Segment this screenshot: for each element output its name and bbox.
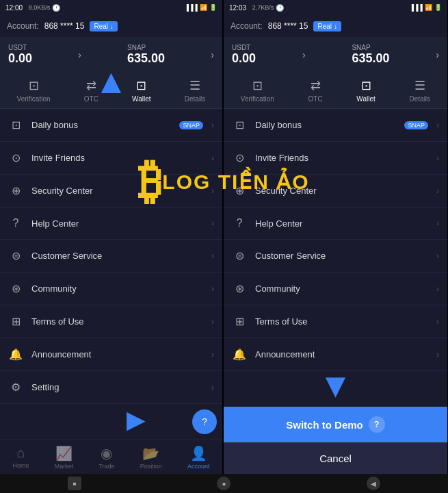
menu-setting-left[interactable]: ⚙ Setting › bbox=[0, 371, 222, 404]
position-icon-left: 📂 bbox=[142, 445, 159, 462]
menu-invite-friends-left[interactable]: ⊙ Invite Friends › bbox=[0, 142, 222, 175]
demo-overlay: Switch to Demo ? Cancel bbox=[224, 407, 447, 474]
usdt-arrow-right[interactable]: › bbox=[302, 49, 306, 60]
menu-community-right[interactable]: ⊛ Community › bbox=[224, 273, 447, 305]
market-icon-left: 📈 bbox=[55, 445, 73, 462]
account-icon-left: 👤 bbox=[190, 445, 207, 462]
right-screen: ▼ 12:03 2,7KB/s 🕐 ▐▐▐ 📶 🔋 Account: 868 *… bbox=[224, 0, 447, 474]
menu-daily-bonus-left[interactable]: ⊡ Daily bonus SNAP › bbox=[0, 109, 222, 142]
recents-button[interactable]: ■ bbox=[68, 477, 81, 490]
menu-security-right[interactable]: ⊕ Security Center › bbox=[224, 175, 447, 207]
menu-community-left[interactable]: ⊛ Community › bbox=[0, 273, 222, 305]
fab-help-left[interactable]: ? bbox=[192, 409, 217, 434]
status-bar-right: 12:03 2,7KB/s 🕐 ▐▐▐ 📶 🔋 bbox=[224, 0, 447, 15]
home-icon-left: ⌂ bbox=[17, 445, 25, 461]
terms-icon-left: ⊞ bbox=[8, 315, 23, 328]
nav-details-left[interactable]: ☰ Details bbox=[185, 78, 206, 103]
menu-daily-bonus-right[interactable]: ⊡ Daily bonus SNAP › bbox=[224, 109, 447, 142]
terms-icon-right: ⊞ bbox=[232, 315, 247, 328]
usdt-balance-left: USDT 0.00 bbox=[8, 44, 32, 66]
bottom-nav-left: ⌂ Home 📈 Market ◉ Trade 📂 Position 👤 Acc… bbox=[0, 440, 222, 474]
back-button[interactable]: ◀ bbox=[367, 477, 380, 490]
community-icon-right: ⊛ bbox=[232, 282, 247, 295]
menu-announcement-right[interactable]: 🔔 Announcement › bbox=[224, 338, 447, 371]
menu-invite-friends-right[interactable]: ⊙ Invite Friends › bbox=[224, 142, 447, 175]
left-screen: ▲ ▶ 12:00 8,0KB/s 🕐 ▐▐▐ 📶 🔋 Account: 868… bbox=[0, 0, 224, 474]
status-icons-left: ▐▐▐ 📶 🔋 bbox=[185, 4, 217, 11]
menu-announcement-left[interactable]: 🔔 Announcement › bbox=[0, 338, 222, 371]
balance-bar-left: USDT 0.00 › SNAP 635.00 › bbox=[0, 37, 222, 73]
real-badge-left[interactable]: Real ↓ bbox=[90, 21, 118, 31]
customer-service-icon-right: ⊜ bbox=[232, 249, 247, 262]
switch-to-demo-button[interactable]: Switch to Demo ? bbox=[224, 407, 447, 442]
balance-bar-right: USDT 0.00 › SNAP 635.00 › bbox=[224, 37, 447, 73]
system-nav: ■ ● ◀ bbox=[0, 474, 448, 493]
nav-verification-left[interactable]: ⊡ Verification bbox=[17, 78, 51, 103]
nav-wallet-left[interactable]: ⊡ Wallet bbox=[132, 78, 150, 103]
nav-otc-right[interactable]: ⇄ OTC bbox=[308, 78, 323, 103]
nav-otc-left[interactable]: ⇄ OTC bbox=[84, 78, 98, 103]
daily-bonus-icon-left: ⊡ bbox=[8, 118, 23, 131]
nav-details-right[interactable]: ☰ Details bbox=[410, 78, 431, 103]
snap-balance-right: SNAP 635.00 bbox=[352, 44, 389, 66]
snap-arrow-right[interactable]: › bbox=[436, 49, 439, 60]
menu-terms-right[interactable]: ⊞ Terms of Use › bbox=[224, 305, 447, 338]
trade-icon-left: ◉ bbox=[101, 445, 112, 462]
status-icons-right: ▐▐▐ 📶 🔋 bbox=[410, 4, 442, 11]
menu-security-left[interactable]: ⊕ Security Center › bbox=[0, 175, 222, 207]
nav-icons-left: ⊡ Verification ⇄ OTC ⊡ Wallet ☰ Details bbox=[0, 73, 222, 109]
announcement-icon-left: 🔔 bbox=[8, 348, 23, 361]
customer-service-icon-left: ⊜ bbox=[8, 249, 23, 262]
menu-list-left: ⊡ Daily bonus SNAP › ⊙ Invite Friends › … bbox=[0, 109, 222, 440]
daily-bonus-icon-right: ⊡ bbox=[232, 118, 247, 131]
invite-friends-icon-right: ⊙ bbox=[232, 151, 247, 164]
announcement-icon-right: 🔔 bbox=[232, 348, 247, 361]
bottom-home-left[interactable]: ⌂ Home bbox=[13, 445, 29, 469]
community-icon-left: ⊛ bbox=[8, 282, 23, 295]
home-button[interactable]: ● bbox=[217, 477, 230, 490]
menu-help-left[interactable]: ? Help Center › bbox=[0, 207, 222, 240]
menu-help-right[interactable]: ? Help Center › bbox=[224, 207, 447, 240]
snap-arrow-left[interactable]: › bbox=[211, 49, 214, 60]
setting-icon-left: ⚙ bbox=[8, 381, 23, 394]
security-icon-right: ⊕ bbox=[232, 184, 247, 197]
nav-icons-right: ⊡ Verification ⇄ OTC ⊡ Wallet ☰ Details bbox=[224, 73, 447, 109]
account-bar-left: Account: 868 **** 15 Real ↓ bbox=[0, 15, 222, 37]
invite-friends-icon-left: ⊙ bbox=[8, 151, 23, 164]
bottom-trade-left[interactable]: ◉ Trade bbox=[98, 445, 114, 470]
bottom-market-left[interactable]: 📈 Market bbox=[55, 445, 74, 470]
nav-verification-right[interactable]: ⊡ Verification bbox=[241, 78, 274, 103]
menu-customer-service-left[interactable]: ⊜ Customer Service › bbox=[0, 240, 222, 273]
security-icon-left: ⊕ bbox=[8, 184, 23, 197]
demo-help-icon[interactable]: ? bbox=[369, 416, 385, 433]
usdt-balance-right: USDT 0.00 bbox=[232, 44, 256, 66]
bottom-account-left[interactable]: 👤 Account bbox=[187, 445, 210, 470]
status-time-right: 12:03 2,7KB/s 🕐 bbox=[229, 4, 284, 12]
help-icon-left: ? bbox=[8, 217, 23, 229]
nav-wallet-right[interactable]: ⊡ Wallet bbox=[356, 78, 375, 103]
snap-balance-left: SNAP 635.00 bbox=[127, 44, 165, 66]
usdt-arrow-left[interactable]: › bbox=[78, 49, 81, 60]
menu-terms-left[interactable]: ⊞ Terms of Use › bbox=[0, 305, 222, 338]
bottom-position-left[interactable]: 📂 Position bbox=[140, 445, 162, 470]
status-time-left: 12:00 8,0KB/s 🕐 bbox=[5, 4, 60, 12]
cancel-button[interactable]: Cancel bbox=[224, 442, 447, 474]
help-icon-right: ? bbox=[232, 217, 247, 229]
account-bar-right: Account: 868 **** 15 Real ↓ bbox=[224, 15, 447, 37]
real-badge-right[interactable]: Real ↓ bbox=[313, 21, 341, 31]
menu-customer-service-right[interactable]: ⊜ Customer Service › bbox=[224, 240, 447, 273]
status-bar-left: 12:00 8,0KB/s 🕐 ▐▐▐ 📶 🔋 bbox=[0, 0, 222, 15]
